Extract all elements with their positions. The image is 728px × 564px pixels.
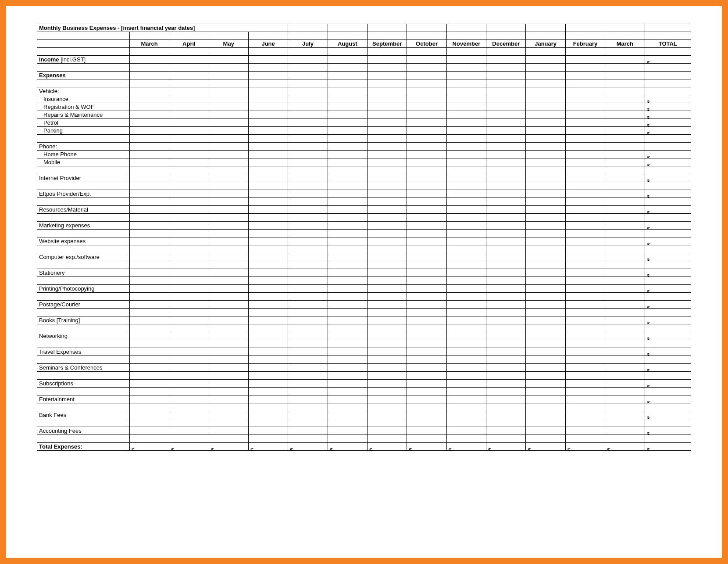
data-cell[interactable] — [209, 245, 248, 253]
data-cell[interactable] — [328, 127, 367, 135]
data-cell[interactable] — [328, 143, 367, 151]
data-cell[interactable] — [368, 103, 407, 111]
data-cell[interactable] — [368, 419, 407, 427]
data-cell[interactable] — [129, 301, 169, 309]
data-cell[interactable] — [565, 372, 605, 380]
data-cell[interactable] — [328, 182, 367, 190]
total-cell[interactable] — [645, 435, 691, 443]
data-cell[interactable] — [209, 332, 248, 340]
data-cell[interactable] — [169, 127, 209, 135]
data-cell[interactable] — [526, 64, 565, 72]
data-cell[interactable] — [526, 316, 565, 324]
data-cell[interactable] — [129, 245, 169, 253]
data-cell[interactable] — [526, 190, 565, 198]
data-cell[interactable] — [209, 324, 248, 332]
data-cell[interactable] — [169, 87, 209, 95]
row-total-cell[interactable]: $- — [645, 56, 691, 64]
data-cell[interactable] — [407, 395, 446, 403]
data-cell[interactable] — [407, 95, 446, 103]
data-cell[interactable] — [248, 222, 288, 230]
data-cell[interactable] — [209, 309, 248, 316]
data-cell[interactable] — [209, 174, 248, 182]
data-cell[interactable] — [288, 285, 328, 293]
data-cell[interactable] — [129, 237, 169, 245]
data-cell[interactable] — [209, 372, 248, 380]
data-cell[interactable] — [407, 285, 446, 293]
data-cell[interactable] — [209, 135, 248, 143]
data-cell[interactable] — [605, 198, 645, 206]
data-cell[interactable] — [368, 56, 407, 64]
data-cell[interactable] — [407, 119, 446, 127]
data-cell[interactable] — [407, 419, 446, 427]
data-cell[interactable] — [328, 253, 367, 261]
data-cell[interactable] — [446, 222, 486, 230]
data-cell[interactable] — [169, 190, 209, 198]
data-cell[interactable] — [209, 340, 248, 348]
data-cell[interactable] — [129, 332, 169, 340]
data-cell[interactable] — [486, 324, 526, 332]
data-cell[interactable] — [209, 103, 248, 111]
data-cell[interactable] — [368, 87, 407, 95]
data-cell[interactable] — [407, 380, 446, 388]
data-cell[interactable] — [605, 119, 645, 127]
data-cell[interactable] — [288, 103, 328, 111]
row-total-cell[interactable]: $- — [645, 348, 691, 356]
row-total-cell[interactable]: $- — [645, 158, 691, 166]
data-cell[interactable] — [288, 230, 328, 237]
data-cell[interactable] — [407, 190, 446, 198]
data-cell[interactable] — [248, 395, 288, 403]
data-cell[interactable] — [248, 166, 288, 174]
month-total-cell[interactable]: $- — [446, 443, 486, 451]
data-cell[interactable] — [288, 364, 328, 372]
data-cell[interactable] — [288, 206, 328, 214]
data-cell[interactable] — [526, 222, 565, 230]
data-cell[interactable] — [565, 143, 605, 151]
data-cell[interactable] — [407, 182, 446, 190]
data-cell[interactable] — [407, 427, 446, 435]
data-cell[interactable] — [368, 380, 407, 388]
data-cell[interactable] — [368, 388, 407, 395]
data-cell[interactable] — [605, 324, 645, 332]
data-cell[interactable] — [328, 435, 367, 443]
data-cell[interactable] — [129, 119, 169, 127]
data-cell[interactable] — [565, 103, 605, 111]
data-cell[interactable] — [565, 277, 605, 285]
data-cell[interactable] — [486, 435, 526, 443]
data-cell[interactable] — [407, 214, 446, 222]
data-cell[interactable] — [328, 48, 367, 56]
data-cell[interactable] — [565, 95, 605, 103]
data-cell[interactable] — [328, 103, 367, 111]
data-cell[interactable] — [486, 332, 526, 340]
data-cell[interactable] — [446, 348, 486, 356]
data-cell[interactable] — [209, 261, 248, 269]
data-cell[interactable] — [288, 245, 328, 253]
data-cell[interactable] — [209, 348, 248, 356]
data-cell[interactable] — [328, 380, 367, 388]
data-cell[interactable] — [407, 103, 446, 111]
data-cell[interactable] — [368, 111, 407, 119]
data-cell[interactable] — [605, 411, 645, 419]
data-cell[interactable] — [526, 395, 565, 403]
data-cell[interactable] — [486, 309, 526, 316]
data-cell[interactable] — [328, 135, 367, 143]
data-cell[interactable] — [328, 222, 367, 230]
data-cell[interactable] — [129, 79, 169, 87]
data-cell[interactable] — [526, 269, 565, 277]
data-cell[interactable] — [129, 135, 169, 143]
data-cell[interactable] — [288, 348, 328, 356]
data-cell[interactable] — [328, 56, 367, 64]
data-cell[interactable] — [288, 119, 328, 127]
data-cell[interactable] — [446, 316, 486, 324]
data-cell[interactable] — [526, 380, 565, 388]
data-cell[interactable] — [169, 182, 209, 190]
data-cell[interactable] — [486, 388, 526, 395]
data-cell[interactable] — [209, 285, 248, 293]
row-total-cell[interactable]: $- — [645, 190, 691, 198]
data-cell[interactable] — [446, 127, 486, 135]
data-cell[interactable] — [368, 166, 407, 174]
data-cell[interactable] — [565, 237, 605, 245]
data-cell[interactable] — [368, 285, 407, 293]
data-cell[interactable] — [565, 285, 605, 293]
data-cell[interactable] — [288, 48, 328, 56]
data-cell[interactable] — [209, 158, 248, 166]
